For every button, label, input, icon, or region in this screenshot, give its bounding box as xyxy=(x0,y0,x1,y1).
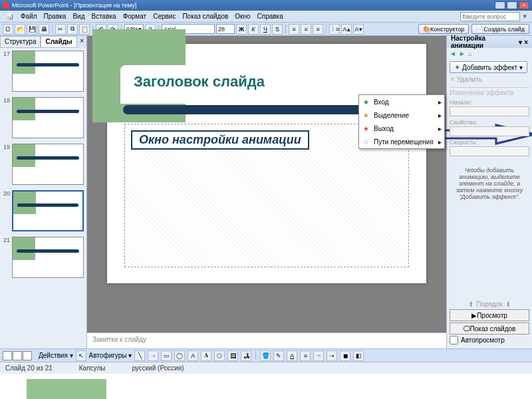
menu-view[interactable]: Вид xyxy=(69,11,88,21)
ppt-icon: 📊 xyxy=(3,11,17,21)
menu-emphasis[interactable]: ★Выделение▸ xyxy=(359,108,444,122)
thumb-21[interactable] xyxy=(12,237,84,278)
nav-home-icon[interactable]: ⌂ xyxy=(468,50,472,57)
start-label: Начало: xyxy=(450,99,529,106)
reorder-down-icon: ⬇ xyxy=(505,301,511,308)
slide-title[interactable]: Заголовок слайда xyxy=(134,73,265,90)
line-icon[interactable]: ╲ xyxy=(134,350,145,361)
arrowstyle-icon[interactable]: ⇢ xyxy=(327,350,337,361)
arrow-icon[interactable]: → xyxy=(148,350,158,361)
linecolor-icon[interactable]: ✎ xyxy=(273,350,284,361)
status-lang: русский (Россия) xyxy=(132,364,184,372)
play-button[interactable]: ▶ Просмотр xyxy=(450,309,529,321)
show-view-icon[interactable] xyxy=(23,351,32,360)
help-question-input[interactable] xyxy=(460,12,520,21)
lineweight-icon[interactable]: ≡ xyxy=(300,350,311,361)
select-icon[interactable]: ↖ xyxy=(76,350,86,361)
thumb-20[interactable] xyxy=(12,190,84,231)
thumb-18[interactable] xyxy=(12,97,84,138)
statusbar: Слайд 20 из 21 Капсулы русский (Россия) xyxy=(0,362,532,374)
diagram-icon[interactable]: ⬡ xyxy=(214,350,225,361)
submenu-arrow-icon: ▸ xyxy=(438,98,442,106)
slideshow-button[interactable]: 🖵 Показ слайдов xyxy=(450,323,529,334)
clipart-icon[interactable]: 🖼 xyxy=(227,350,238,361)
3d-icon[interactable]: ◧ xyxy=(353,350,364,361)
menu-file[interactable]: Файл xyxy=(17,11,41,21)
menu-insert[interactable]: Вставка xyxy=(88,11,119,21)
app-icon xyxy=(3,2,9,9)
decfont-icon[interactable]: A▾ xyxy=(353,24,364,35)
notes-pane[interactable]: Заметки к слайду xyxy=(87,332,446,348)
sorter-view-icon[interactable] xyxy=(13,351,22,360)
autopreview-checkbox[interactable] xyxy=(450,336,458,344)
menu-exit[interactable]: ★Выход▸ xyxy=(359,122,444,135)
shadow-icon[interactable]: S xyxy=(272,24,283,35)
menu-format[interactable]: Формат xyxy=(120,11,150,21)
menu-entry[interactable]: ★Вход▸ xyxy=(359,95,444,108)
nav-fwd-icon[interactable]: ► xyxy=(459,50,466,57)
paste-icon[interactable]: 📋 xyxy=(79,24,90,35)
tab-slides[interactable]: Слайды xyxy=(41,36,76,48)
tab-outline[interactable]: Структура xyxy=(0,36,41,48)
normal-view-icon[interactable] xyxy=(3,351,12,360)
add-effect-button[interactable]: ✦Добавить эффект ▾ xyxy=(450,61,527,73)
menu-help[interactable]: Справка xyxy=(254,11,287,21)
menu-window[interactable]: Окно xyxy=(231,11,253,21)
fontsize-combo[interactable]: 28 xyxy=(216,24,235,34)
taskpane-close-icon[interactable]: × xyxy=(524,39,528,46)
status-theme: Капсулы xyxy=(79,364,106,372)
nav-back-icon[interactable]: ◄ xyxy=(450,50,456,57)
slide-caption[interactable]: Окно настройки анимации xyxy=(131,130,309,150)
bullets-icon[interactable]: ⋮≡ xyxy=(329,24,340,35)
actions-menu[interactable]: Действия ▾ xyxy=(39,352,73,359)
bold-icon[interactable]: Ж xyxy=(236,24,247,35)
slide: Заголовок слайда Окно настройки анимации xyxy=(107,44,426,283)
new-slide-button[interactable]: 📄 Создать слайд xyxy=(471,24,529,34)
star-icon: ★ xyxy=(362,112,370,119)
italic-icon[interactable]: К xyxy=(248,24,259,35)
picture-icon[interactable]: 🏞 xyxy=(241,350,251,361)
designer-button[interactable]: 🎨 Конструктор xyxy=(418,24,469,34)
autopreview-label: Автопросмотр xyxy=(461,336,505,344)
menu-doc-close[interactable]: × xyxy=(520,13,529,20)
oval-icon[interactable]: ◯ xyxy=(174,350,185,361)
align-left-icon[interactable]: ≡ xyxy=(289,24,299,35)
fill-icon[interactable]: 🪣 xyxy=(260,350,271,361)
menu-slideshow[interactable]: Показ слайдов xyxy=(179,11,231,21)
open-icon[interactable]: 📂 xyxy=(15,24,25,35)
save-icon[interactable]: 💾 xyxy=(27,24,37,35)
menu-motion[interactable]: ☆Пути перемещения▸ xyxy=(359,135,444,148)
add-effect-menu: ★Вход▸ ★Выделение▸ ★Выход▸ ☆Пути перемещ… xyxy=(358,94,445,149)
change-effect-label: Изменение эффекта xyxy=(450,87,529,96)
status-slide: Слайд 20 из 21 xyxy=(5,364,53,372)
textbox-icon[interactable]: A xyxy=(188,350,198,361)
thumb-17[interactable] xyxy=(12,51,84,92)
new-icon[interactable]: 🗋 xyxy=(3,24,13,35)
wordart-icon[interactable]: 𝐀 xyxy=(201,350,211,361)
copy-icon[interactable]: ⧉ xyxy=(67,24,78,35)
autoshapes-menu[interactable]: Автофигуры ▾ xyxy=(89,352,132,359)
minimize-button[interactable]: – xyxy=(495,1,505,9)
shadow-icon[interactable]: ◼ xyxy=(340,350,350,361)
close-pane-icon[interactable]: × xyxy=(77,36,86,48)
rect-icon[interactable]: ▭ xyxy=(161,350,172,361)
fontcolor-icon[interactable]: A xyxy=(287,350,297,361)
print-icon[interactable]: 🖶 xyxy=(39,24,49,35)
close-button[interactable]: × xyxy=(519,1,529,9)
maximize-button[interactable]: ▢ xyxy=(507,1,517,9)
underline-icon[interactable]: Ч xyxy=(260,24,271,35)
cut-icon[interactable]: ✂ xyxy=(55,24,66,35)
property-select xyxy=(450,126,529,136)
animation-hint: Чтобы добавить анимацию, выделите элемен… xyxy=(450,167,529,200)
dash-icon[interactable]: ┄ xyxy=(313,350,324,361)
align-center-icon[interactable]: ≡ xyxy=(301,24,311,35)
menubar: 📊 Файл Правка Вид Вставка Формат Сервис … xyxy=(0,11,532,23)
taskpane-dropdown-icon[interactable]: ▾ xyxy=(519,39,522,46)
slide-canvas[interactable]: Заголовок слайда Окно настройки анимации… xyxy=(87,36,446,332)
titlebar: Microsoft PowerPoint - [Презентация на т… xyxy=(0,0,532,11)
incfont-icon[interactable]: A▴ xyxy=(341,24,352,35)
thumb-19[interactable] xyxy=(12,144,84,185)
menu-tools[interactable]: Сервис xyxy=(150,11,179,21)
align-right-icon[interactable]: ≡ xyxy=(313,24,323,35)
menu-edit[interactable]: Правка xyxy=(41,11,70,21)
